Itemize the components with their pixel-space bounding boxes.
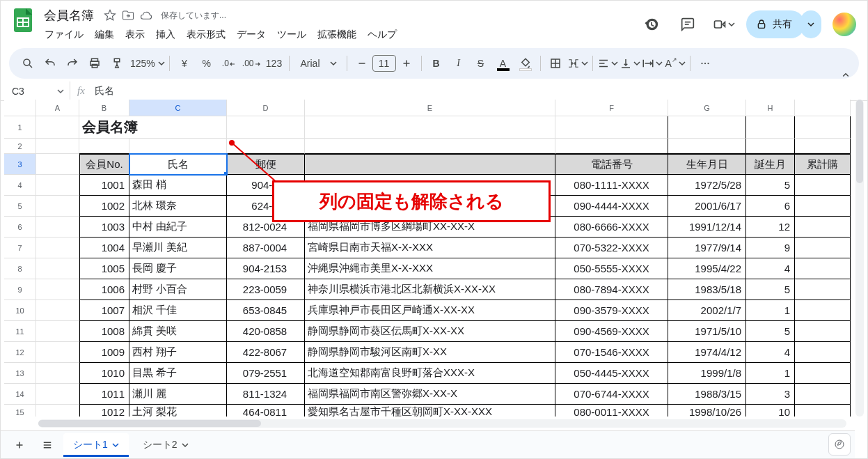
- share-dropdown[interactable]: [800, 10, 821, 38]
- cell-B3[interactable]: 会員No.: [79, 154, 129, 175]
- bold-icon[interactable]: B: [426, 53, 447, 74]
- cell-F3[interactable]: 電話番号: [555, 154, 668, 175]
- cell-D10[interactable]: 653-0845: [227, 300, 305, 321]
- col-hdr-F[interactable]: F: [555, 100, 668, 116]
- all-sheets-icon[interactable]: [35, 433, 59, 457]
- cell-B10[interactable]: 1007: [79, 300, 129, 321]
- rotate-icon[interactable]: A↗: [664, 53, 686, 74]
- select-all-corner[interactable]: [4, 100, 36, 116]
- history-icon[interactable]: [638, 10, 665, 38]
- cell-D1[interactable]: [227, 116, 305, 139]
- cell-D7[interactable]: 887-0004: [227, 238, 305, 258]
- cell-E13[interactable]: 北海道空知郡南富良野町落合XXX-X: [305, 363, 555, 384]
- cell-B12[interactable]: 1009: [79, 342, 129, 363]
- cell-H15[interactable]: 10: [746, 405, 795, 417]
- cell-G3[interactable]: 生年月日: [668, 154, 746, 175]
- menu-edit[interactable]: 編集: [90, 26, 119, 44]
- zoom-select[interactable]: 125%: [129, 53, 165, 74]
- add-sheet-icon[interactable]: [8, 433, 31, 457]
- cell-G12[interactable]: 1974/4/12: [668, 342, 746, 363]
- cell-I3[interactable]: 累計購: [795, 154, 851, 175]
- cell-E1[interactable]: [305, 116, 555, 139]
- cell-C13[interactable]: 目黒 希子: [129, 363, 227, 384]
- valign-icon[interactable]: [620, 53, 640, 74]
- cell-H6[interactable]: 12: [746, 217, 795, 238]
- col-hdr-A[interactable]: A: [36, 100, 79, 116]
- hscroll-thumb[interactable]: [38, 420, 261, 427]
- borders-icon[interactable]: [545, 53, 566, 74]
- row-hdr-2[interactable]: 2: [4, 139, 36, 154]
- cell-A2[interactable]: [36, 139, 79, 154]
- cell-I10[interactable]: [795, 300, 851, 321]
- name-box[interactable]: C3: [5, 81, 70, 100]
- cell-A9[interactable]: [36, 279, 79, 300]
- inc-decimals-icon[interactable]: .00: [241, 53, 262, 74]
- cell-H11[interactable]: 5: [746, 321, 795, 342]
- cell-A15[interactable]: [36, 405, 79, 417]
- menu-insert[interactable]: 挿入: [151, 26, 180, 44]
- cell-C4[interactable]: 森田 梢: [129, 175, 227, 196]
- cell-A8[interactable]: [36, 258, 79, 279]
- cell-B15[interactable]: 1012: [79, 405, 129, 417]
- number-format-icon[interactable]: 123: [264, 53, 285, 74]
- col-hdr-G[interactable]: G: [668, 100, 746, 116]
- cell-F4[interactable]: 080-1111-XXXX: [555, 175, 668, 196]
- italic-icon[interactable]: I: [448, 53, 469, 74]
- cell-H13[interactable]: 1: [746, 363, 795, 384]
- cell-F11[interactable]: 090-4569-XXXX: [555, 321, 668, 342]
- cell-D8[interactable]: 904-2153: [227, 258, 305, 279]
- cell-C14[interactable]: 瀬川 麗: [129, 384, 227, 405]
- col-hdr-C[interactable]: C: [129, 100, 227, 116]
- cell-G15[interactable]: 1998/10/26: [668, 405, 746, 417]
- cell-I15[interactable]: [795, 405, 851, 417]
- cell-G13[interactable]: 1999/1/8: [668, 363, 746, 384]
- cell-H3[interactable]: 誕生月: [746, 154, 795, 175]
- cell-C9[interactable]: 村野 小百合: [129, 279, 227, 300]
- cell-I5[interactable]: [795, 196, 851, 217]
- cell-I11[interactable]: [795, 321, 851, 342]
- move-icon[interactable]: [122, 9, 134, 22]
- cell-G6[interactable]: 1991/12/14: [668, 217, 746, 238]
- cell-F10[interactable]: 090-3579-XXXX: [555, 300, 668, 321]
- cell-B13[interactable]: 1010: [79, 363, 129, 384]
- row-hdr-13[interactable]: 13: [4, 363, 36, 384]
- col-hdr-E[interactable]: E: [305, 100, 555, 116]
- row-hdr-8[interactable]: 8: [4, 258, 36, 279]
- cell-B5[interactable]: 1002: [79, 196, 129, 217]
- cell-F12[interactable]: 070-1546-XXXX: [555, 342, 668, 363]
- textcolor-icon[interactable]: A: [493, 53, 514, 74]
- dec-decimals-icon[interactable]: .0: [219, 53, 239, 74]
- cell-H1[interactable]: [746, 116, 795, 139]
- sheet-tab-1[interactable]: シート1: [63, 433, 129, 457]
- cell-G14[interactable]: 1988/3/15: [668, 384, 746, 405]
- cell-D14[interactable]: 811-1324: [227, 384, 305, 405]
- doc-title[interactable]: 会員名簿: [40, 6, 98, 25]
- vscroll[interactable]: [855, 100, 864, 417]
- cell-H14[interactable]: 3: [746, 384, 795, 405]
- cell-I14[interactable]: [795, 384, 851, 405]
- more-icon[interactable]: [695, 53, 716, 74]
- col-hdr-I[interactable]: [795, 100, 851, 116]
- cell-E10[interactable]: 兵庫県神戸市長田区戸崎通X-XX-XX: [305, 300, 555, 321]
- cell-I7[interactable]: [795, 238, 851, 258]
- row-hdr-7[interactable]: 7: [4, 238, 36, 258]
- cell-F9[interactable]: 080-7894-XXXX: [555, 279, 668, 300]
- cell-E8[interactable]: 沖縄県沖縄市美里X-X-XXX: [305, 258, 555, 279]
- cell-E7[interactable]: 宮崎県日南市天福X-X-XXX: [305, 238, 555, 258]
- vscroll-thumb[interactable]: [856, 100, 863, 183]
- col-hdr-D[interactable]: D: [227, 100, 305, 116]
- collapse-toolbar-icon[interactable]: [835, 65, 856, 86]
- cell-E11[interactable]: 静岡県静岡市葵区伝馬町X-XX-XX: [305, 321, 555, 342]
- cell-I13[interactable]: [795, 363, 851, 384]
- cell-D11[interactable]: 420-0858: [227, 321, 305, 342]
- cell-G5[interactable]: 2001/6/17: [668, 196, 746, 217]
- cell-F5[interactable]: 090-4444-XXXX: [555, 196, 668, 217]
- cell-D15[interactable]: 464-0811: [227, 405, 305, 417]
- cell-A13[interactable]: [36, 363, 79, 384]
- cell-G10[interactable]: 2002/1/7: [668, 300, 746, 321]
- cell-H5[interactable]: 6: [746, 196, 795, 217]
- cell-C15[interactable]: 土河 梨花: [129, 405, 227, 417]
- cell-A6[interactable]: [36, 217, 79, 238]
- cell-F15[interactable]: 080-0011-XXXX: [555, 405, 668, 417]
- row-hdr-6[interactable]: 6: [4, 217, 36, 238]
